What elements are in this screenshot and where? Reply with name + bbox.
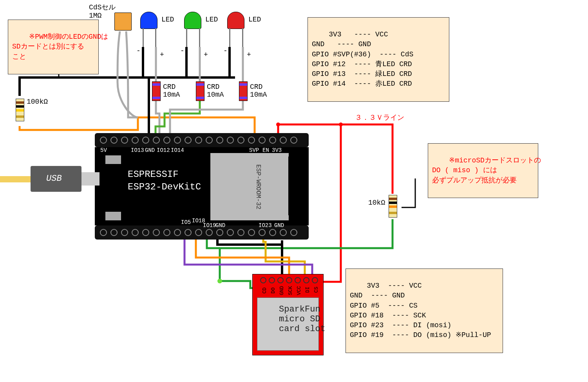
- sd-pin-do: DO: [270, 287, 276, 294]
- led-red: [227, 12, 244, 29]
- pin-io19: IO19: [203, 222, 216, 229]
- mapping-sd-box: 3V3 ---- VCC GND ---- GND GPIO #5 ---- C…: [346, 268, 503, 353]
- crd-red-label: CRD 10mA: [250, 83, 267, 99]
- led-green: [184, 12, 201, 29]
- resistor-100k: [16, 99, 24, 121]
- mapping-sd-text: 3V3 ---- VCC GND ---- GND GPIO #5 ---- C…: [350, 282, 491, 339]
- usb-label: USB: [46, 174, 62, 184]
- note-pwm-gnd: ※PWM制御のLEDのGNDは SDカードとは別にする こと: [8, 20, 99, 74]
- svg-point-2: [217, 279, 222, 283]
- crd-blue-label: CRD 10mA: [163, 83, 180, 99]
- sd-pin-cs: CS: [313, 286, 319, 293]
- led-red-label: LED: [248, 16, 261, 23]
- sd-pin-gnd: GND: [279, 286, 285, 295]
- pin-3v3: 3V3: [272, 147, 282, 153]
- button-boot: [105, 211, 121, 221]
- pin-gnd-b1: GND: [215, 222, 225, 229]
- cds-cell: [114, 13, 132, 31]
- plus-2: +: [204, 51, 208, 59]
- antenna-area: [288, 157, 309, 215]
- pin-io23: IO23: [259, 222, 272, 229]
- usb-plug: [81, 172, 100, 186]
- board-model: ESP32-DevKitC: [128, 182, 201, 192]
- led-blue-label: LED: [161, 16, 174, 23]
- resistor-10k: [389, 195, 397, 218]
- led-blue: [140, 12, 157, 29]
- sd-pin-cd: CD: [262, 287, 268, 294]
- svg-point-0: [276, 123, 280, 126]
- crd-blue: [152, 81, 161, 101]
- wiring-diagram: ※PWM制御のLEDのGNDは SDカードとは別にする こと CdSセル 1MΩ…: [0, 0, 588, 382]
- pin-row-top: [95, 133, 309, 147]
- pin-5v: 5V: [100, 147, 107, 153]
- led-green-label: LED: [205, 16, 218, 23]
- resistor-10k-label: 10kΩ: [368, 199, 385, 207]
- crd-green: [196, 81, 204, 101]
- pin-gnd-b2: GND: [274, 222, 284, 229]
- pin-io14: IO14: [171, 147, 184, 153]
- sd-pin-sck: SCK: [288, 286, 293, 295]
- plus-1: +: [160, 51, 164, 59]
- usb-cable: [0, 176, 31, 182]
- pin-en: EN: [262, 147, 269, 153]
- sd-title: SparkFun micro SD card slot: [279, 305, 326, 334]
- sd-pin-vcc: VCC: [296, 286, 302, 295]
- minus-1: -: [136, 47, 141, 55]
- label-3v3-line: ３．３Ｖライン: [355, 113, 404, 122]
- module-name: ESP-WROOM-32: [255, 164, 262, 209]
- pin-io5: IO5: [181, 219, 191, 225]
- minus-3: -: [223, 47, 228, 55]
- resistor-100k-label: 100kΩ: [27, 98, 48, 106]
- crd-green-label: CRD 10mA: [207, 83, 224, 99]
- minus-2: -: [180, 47, 185, 55]
- board-brand: ESPRESSIF: [128, 169, 179, 180]
- cds-label: CdSセル 1MΩ: [89, 2, 116, 20]
- sd-pin-di: DI: [305, 286, 311, 293]
- button-en: [105, 155, 121, 164]
- pin-gnd-top: GND: [145, 147, 155, 153]
- note-pullup: ※microSDカードスロットの DO ( miso ) には 必ずプルアップ抵…: [428, 143, 538, 198]
- mapping-top-text: 3V3 ---- VCC GND ---- GND GPIO #SVP(#36)…: [312, 31, 413, 88]
- note-pwm-gnd-text: ※PWM制御のLEDのGNDは SDカードとは別にする こと: [12, 33, 108, 60]
- pin-io12: IO12: [157, 147, 170, 153]
- pin-io13: IO13: [131, 147, 144, 153]
- crd-red: [239, 81, 248, 101]
- pin-svp: SVP: [249, 147, 259, 153]
- mapping-top-box: 3V3 ---- VCC GND ---- GND GPIO #SVP(#36)…: [308, 17, 449, 102]
- note-pullup-text: ※microSDカードスロットの DO ( miso ) には 必ずプルアップ抵…: [432, 157, 541, 184]
- plus-3: +: [247, 51, 251, 59]
- wroom-module: [210, 153, 289, 221]
